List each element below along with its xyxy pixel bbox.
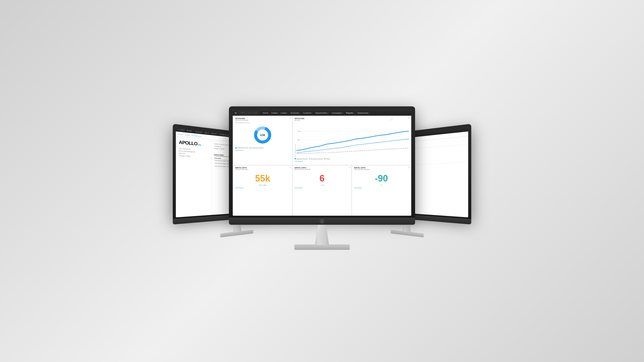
writeoffs-days-number: 6	[295, 171, 349, 184]
monitor-center: ⊞ MHR Cloud Suite Home Chatter Leads ▾ A…	[229, 106, 415, 250]
line-dot-1	[295, 158, 296, 160]
monitor-chin-center	[229, 218, 415, 225]
writeoffs-big-number: 55k	[235, 171, 290, 184]
legend-item-1: Application Services	[235, 147, 248, 149]
monitor-frame-center: ⊞ MHR Cloud Suite Home Chatter Leads ▾ A…	[229, 106, 415, 218]
stand-neck-center	[312, 225, 332, 245]
legend-dot-2	[249, 147, 251, 149]
nav-home[interactable]: Home	[262, 111, 269, 115]
nav-dashboards[interactable]: Dashboards ▾	[356, 111, 370, 115]
nav-chatter[interactable]: Chatter	[270, 111, 279, 115]
widget-writeoffs-quarter: WRITE-OFFS total THIS fiscal quarter. ⤢ …	[352, 165, 411, 214]
widget-writeoffs-total: WRITE-OFFS total this fiscal year. ⤢ 55k…	[233, 165, 292, 214]
widget-line-close[interactable]: ⤢	[408, 117, 410, 119]
dashboards-dropdown-arrow: ▾	[369, 112, 370, 114]
legend-dot-1	[235, 147, 236, 149]
writeoffs-total-subtitle: total this fiscal year.	[235, 169, 290, 170]
donut-chart-svg: 4.6k	[253, 125, 273, 145]
contacts-dropdown-arrow: ▾	[311, 112, 312, 114]
nav-item-accounts[interactable]: Accounts ▾	[194, 130, 203, 133]
donut-container: 4.6k	[235, 124, 290, 146]
line-label-3: Product	[326, 158, 330, 160]
nav-opportunities[interactable]: Opportunities ▾	[314, 111, 330, 115]
legend-label-1: Application Services	[237, 147, 248, 149]
campaigns-dropdown-arrow: ▾	[342, 112, 343, 114]
widget-key-kpis: Key KPIs MoM expense trend. ⤢	[352, 215, 411, 216]
view-report-quarter[interactable]: View Report	[354, 187, 409, 189]
donut-chart-label: Sum of Billable Amount	[235, 122, 290, 123]
line-dot-3	[324, 158, 325, 160]
writeoffs-quarter-subtitle: total THIS fiscal quarter.	[354, 169, 409, 170]
line-label-1: Application Services	[296, 158, 308, 160]
toolbar-item-2[interactable]: Tax Adjustments	[191, 134, 201, 137]
nav-leads[interactable]: Leads ▾	[280, 111, 289, 115]
line-dot-2	[309, 158, 310, 160]
logo-apollo: APOLLO	[179, 140, 197, 147]
nav-logo: MHR Cloud Suite	[239, 111, 259, 115]
line-chart-container: 100k 50k 2 Jan 2Apr 2013Jul 2013Oct 2Jan…	[297, 122, 409, 157]
scene: ⊞ MHR Mi Aplis | Accounts ▾ Price ▾ Amou…	[0, 0, 644, 362]
nav-item-price[interactable]: Price ▾	[204, 131, 210, 134]
svg-text:50k: 50k	[297, 139, 300, 141]
nav-reports[interactable]: Reports ▾	[345, 111, 355, 115]
view-report-days[interactable]: View Report	[295, 187, 349, 189]
line-legend-3: Product	[324, 158, 330, 160]
nav-bar-center: ⊞ MHR Cloud Suite Home Chatter Leads ▾ A…	[233, 110, 411, 116]
toolbar-item-1[interactable]: By Apls	[185, 134, 190, 136]
line-chart-svg: 100k 50k 2	[297, 122, 409, 157]
dashboard-grid: INVOICING work to be invoiced. ⤢ Sum of …	[233, 116, 411, 216]
widget-invoicing-line: INVOICING by class ⤢ Sum of Billable Amo…	[293, 116, 411, 165]
svg-text:100k: 100k	[297, 130, 301, 132]
nav-item-projects[interactable]: The Alignments ▾	[218, 133, 229, 137]
legend-item-2: Infrastructure Services	[249, 147, 264, 149]
writeoffs-quarter-sub: < 1	[354, 184, 409, 186]
y-axis-label: Sum of Billable Amount	[295, 122, 296, 157]
view-report-donut[interactable]: View Report	[235, 150, 290, 151]
widget-invoicing-donut-subtitle: work to be invoiced.	[235, 119, 290, 121]
invoice-sidebar: APOLLO PSA From: Apollo PSA 6147 N Raven…	[179, 140, 212, 214]
stand-base-center	[294, 244, 350, 250]
widget-close-icon[interactable]: ⤢	[289, 117, 291, 119]
toolbar-label: All Apls |	[178, 133, 184, 135]
line-legend-1: Application Services	[295, 158, 308, 160]
nav-campaigns[interactable]: Campaigns ▾	[331, 111, 344, 115]
widget-writeoffs-manager: Write-offs by Manager ⤢ ADJUSTMENT OWNER…	[293, 215, 351, 216]
nav-item-amount[interactable]: Amount ▾	[210, 132, 218, 135]
widget-writeoffs-close[interactable]: ⤢	[289, 166, 291, 169]
svg-text:2: 2	[297, 148, 298, 150]
widget-invoicing-donut: INVOICING work to be invoiced. ⤢ Sum of …	[233, 116, 292, 165]
nav-contacts[interactable]: Contacts ▾	[302, 111, 313, 115]
line-label-2: Infrastructure Services	[310, 158, 323, 160]
widget-writeoffs-days: WRITE-OFFS days since last write-off. ⤢ …	[293, 165, 351, 214]
reports-dropdown-arrow: ▾	[353, 112, 354, 114]
writeoffs-days-subtitle: days since last write-off.	[295, 169, 349, 170]
widget-writeoffs-monthly: WRITE-OFFS by month. ⤢ Total Value	[233, 215, 292, 216]
screen-center: ⊞ MHR Cloud Suite Home Chatter Leads ▾ A…	[233, 110, 411, 216]
writeoffs-sub: (0 to 72k)	[235, 184, 290, 186]
invoice-logo: APOLLO PSA	[179, 140, 209, 148]
widget-invoicing-donut-title: INVOICING	[235, 118, 290, 119]
logo-psa: PSA	[198, 144, 201, 146]
donut-legend: Application Services Infrastructure Serv…	[235, 147, 290, 149]
line-legend-2: Infrastructure Services	[309, 158, 323, 160]
legend-label-2: Infrastructure Services	[251, 147, 264, 149]
leads-dropdown-arrow: ▾	[287, 112, 288, 114]
writeoffs-days-title: WRITE-OFFS	[295, 167, 349, 169]
nav-item-miaplis[interactable]: Mi Aplis	[186, 129, 193, 132]
accounts-dropdown-arrow: ▾	[299, 112, 300, 114]
writeoffs-quarter-title: WRITE-OFFS	[354, 167, 409, 169]
line-chart-area: Sum of Billable Amount	[295, 122, 409, 158]
nav-accounts[interactable]: Accounts ▾	[290, 111, 301, 115]
opps-dropdown-arrow: ▾	[328, 112, 329, 114]
grid-icon: ⊞	[235, 112, 237, 114]
chin-button-center	[320, 219, 324, 223]
donut-center-value: 4.6k	[260, 134, 265, 137]
writeoffs-days-sub: < 15	[295, 184, 349, 186]
widget-quarter-close[interactable]: ⤢	[408, 166, 410, 169]
widget-days-close[interactable]: ⤢	[349, 166, 350, 169]
view-report-writeoffs[interactable]: View Report	[235, 187, 290, 189]
invoice-to: Invoice To: Acma Corporation 123 Main St…	[214, 143, 230, 153]
writeoffs-total-title: WRITE-OFFS	[235, 167, 290, 169]
invoice-from-address: From: Apollo PSA 6147 N Ravenswood Ave S…	[179, 148, 209, 159]
writeoffs-quarter-number: -90	[354, 171, 409, 184]
